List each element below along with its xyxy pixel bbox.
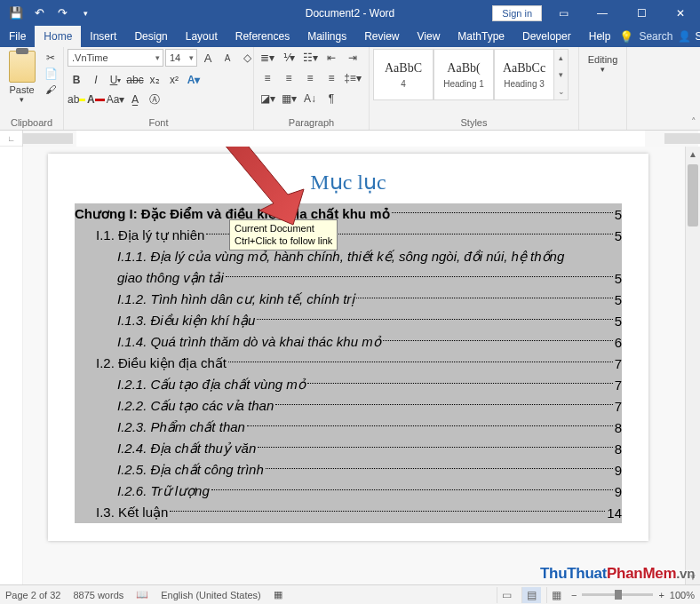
chevron-down-icon[interactable]: ▾ [554,67,568,83]
grow-font-icon[interactable]: A [199,49,217,67]
tab-insert[interactable]: Insert [81,26,125,47]
undo-icon[interactable]: ↶ [28,3,50,24]
paste-button[interactable]: Paste ▾ [4,49,40,104]
scroll-thumb[interactable] [688,164,698,226]
highlight-color-icon[interactable]: ab [68,91,85,108]
superscript-button[interactable]: x² [165,71,183,89]
toc-entry[interactable]: I.1.3. Điều kiện khí hậu5 [75,310,622,331]
italic-button[interactable]: I [87,71,105,89]
qat-customize-icon[interactable]: ▾ [75,3,96,24]
align-left-icon[interactable]: ≡ [258,69,277,87]
toc-entry[interactable]: I.2.3. Phẩm chất than8 [75,417,622,438]
toc-entry[interactable]: I.1.1. Địa lý của vùng mỏ, hành chính, t… [75,246,622,267]
underline-button[interactable]: U▾ [107,71,124,89]
text-effects-icon[interactable]: A▾ [185,71,203,89]
style-4[interactable]: AaBbC4 [373,49,434,100]
toc-entry[interactable]: I.1.2. Tình hình dân cư, kinh tế, chính … [75,289,622,310]
style-heading-1[interactable]: AaBb(Heading 1 [434,49,494,100]
cut-icon[interactable]: ✂ [42,51,60,65]
scroll-up-icon[interactable]: ▲ [686,147,700,162]
collapse-ribbon-icon[interactable]: ˄ [691,116,696,128]
close-icon[interactable]: ✕ [663,0,698,26]
word-count-status[interactable]: 8875 words [73,590,123,600]
page[interactable]: Mục lục Chương I: Đặc Điểm và điều kiện … [48,154,648,541]
toc-title[interactable]: Mục lục [75,170,622,195]
font-color-icon[interactable]: A [87,91,105,108]
toc-entry[interactable]: I.2.1. Cấu tạo địa chất vùng mỏ7 [75,374,622,395]
macro-icon[interactable]: ▦ [274,589,282,600]
decrease-indent-icon[interactable]: ⇤ [322,49,341,67]
enclose-characters-icon[interactable]: Ⓐ [146,91,163,108]
change-case-icon[interactable]: Aa▾ [107,91,124,108]
shading-icon[interactable]: ◪▾ [258,90,277,107]
toc-entry[interactable]: I.1.4. Quá trình thăm dò và khai thác kh… [75,331,622,353]
bullets-icon[interactable]: ≣▾ [258,49,277,67]
zoom-in-icon[interactable]: + [658,590,664,600]
format-painter-icon[interactable]: 🖌 [42,83,60,97]
copy-icon[interactable]: 📄 [42,67,60,81]
print-layout-icon[interactable]: ▤ [521,587,541,603]
zoom-level[interactable]: 100% [670,590,695,600]
chevron-up-icon[interactable]: ▴ [554,50,568,67]
styles-expand-icon[interactable]: ⌄ [554,83,568,99]
shrink-font-icon[interactable]: A [219,49,236,67]
tab-help[interactable]: Help [580,26,620,47]
language-status[interactable]: English (United States) [161,590,261,600]
sort-icon[interactable]: A↓ [300,90,320,107]
toc-entry[interactable]: giao thông vận tải5 [75,267,622,289]
tell-me-icon[interactable]: 💡 [619,30,633,44]
bold-button[interactable]: B [68,71,85,89]
style-heading-3[interactable]: AaBbCcHeading 3 [494,49,554,100]
tab-file[interactable]: File [0,26,35,47]
search-input[interactable]: Search [639,30,672,43]
vertical-scrollbar[interactable]: ▲ ▼ [685,147,700,584]
share-button[interactable]: 👤 Share [678,30,700,43]
toc-entry[interactable]: I.2. Điều kiện địa chất7 [75,353,622,374]
tab-references[interactable]: References [227,26,298,47]
tab-mailings[interactable]: Mailings [298,26,355,47]
tab-layout[interactable]: Layout [177,26,227,47]
horizontal-ruler[interactable]: ∟ [0,131,700,147]
increase-indent-icon[interactable]: ⇥ [343,49,362,67]
align-right-icon[interactable]: ≡ [300,69,320,87]
toc-entry[interactable]: I.3. Kết luận14 [75,502,622,523]
toc-entry[interactable]: I.2.4. Địa chất thuỷ văn8 [75,438,622,459]
toc-entry[interactable]: I.2.2. Cấu tạo các vỉa than7 [75,395,622,417]
tab-review[interactable]: Review [355,26,408,47]
justify-icon[interactable]: ≡ [322,69,341,87]
tab-home[interactable]: Home [35,26,81,47]
toc-entry[interactable]: I.2.5. Địa chất công trình9 [75,459,622,481]
toc-entry[interactable]: I.2.6. Trữ lượng9 [75,481,622,502]
maximize-icon[interactable]: ☐ [624,0,659,26]
redo-icon[interactable]: ↷ [52,3,73,24]
styles-more-button[interactable]: ▴ ▾ ⌄ [554,49,569,100]
toc-entry[interactable]: I.1. Địa lý tự nhiên5 [75,225,622,246]
tab-mathtype[interactable]: MathType [449,26,513,47]
multilevel-list-icon[interactable]: ☷▾ [300,49,320,67]
ribbon-display-options-icon[interactable]: ▭ [545,0,581,26]
spellcheck-icon[interactable]: 📖 [136,589,148,600]
character-scaling-icon[interactable]: A̲ [126,91,144,108]
subscript-button[interactable]: x₂ [146,71,163,89]
editing-label[interactable]: Editing [588,54,618,65]
web-layout-icon[interactable]: ▦ [546,587,566,603]
tab-view[interactable]: View [409,26,449,47]
vertical-ruler[interactable] [0,147,23,584]
clear-formatting-icon[interactable]: ◇ [238,49,256,67]
tab-developer[interactable]: Developer [513,26,580,47]
save-icon[interactable]: 💾 [5,3,27,24]
font-size-combo[interactable]: 14 [165,49,197,67]
strikethrough-button[interactable]: abc [126,71,144,89]
sign-in-button[interactable]: Sign in [492,5,542,21]
page-number-status[interactable]: Page 2 of 32 [5,590,60,600]
borders-icon[interactable]: ▦▾ [279,90,298,107]
line-spacing-icon[interactable]: ‡≡▾ [343,69,362,87]
zoom-out-icon[interactable]: − [571,590,577,600]
numbering-icon[interactable]: ⅟▾ [279,49,298,67]
minimize-icon[interactable]: — [585,0,620,26]
tab-design[interactable]: Design [125,26,176,47]
show-marks-icon[interactable]: ¶ [322,90,341,107]
tab-selector-icon[interactable]: ∟ [0,131,23,147]
zoom-slider[interactable] [582,593,653,596]
read-mode-icon[interactable]: ▭ [497,587,516,603]
